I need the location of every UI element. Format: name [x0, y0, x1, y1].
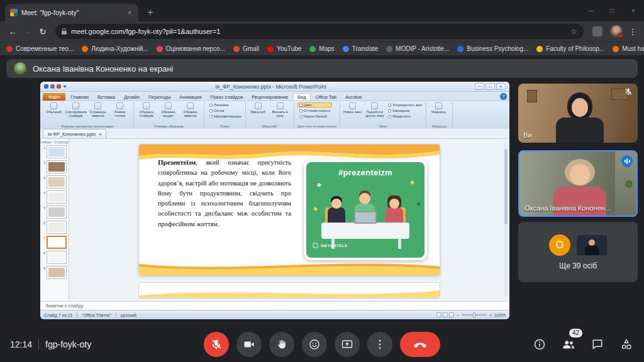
maximize-button[interactable]: □: [601, 0, 623, 21]
participants-button[interactable]: 42: [561, 337, 576, 352]
slide-body-text: , який означає присутність співробітника…: [158, 159, 291, 228]
camera-button[interactable]: [236, 332, 262, 357]
ribbon-button: Новое окно: [342, 102, 363, 118]
ppt-ribbon-tab: Вставка: [94, 93, 119, 101]
participant-avatar: O: [549, 234, 570, 256]
more-options-button[interactable]: [367, 332, 392, 357]
bookmark-item[interactable]: Business Psycholog...: [457, 45, 528, 52]
ribbon-group-label: Макросы: [428, 124, 450, 129]
bookmark-item[interactable]: Современные тео...: [6, 45, 74, 52]
back-button[interactable]: ←: [5, 24, 20, 39]
url-text: meet.google.com/fgp-foyk-oty?pli=1&authu…: [71, 28, 566, 35]
slide-number: 8: [42, 251, 45, 255]
ribbon-button-icon: [255, 102, 262, 109]
ppt-title-bar: Ія_ФР_Кононенко.pptx - Microsoft PowerPo…: [40, 82, 509, 92]
ribbon-button: Вписать в окно: [270, 102, 291, 118]
bookmark-item[interactable]: YouTube: [267, 45, 301, 52]
screen: Meet: "fgp-foyk-oty" × + — □ × ← → ↻ mee…: [0, 0, 644, 362]
ppt-ribbon-tab: Office Tab: [312, 93, 341, 101]
chat-button[interactable]: [590, 337, 605, 352]
slide-thumbnail: 1: [42, 145, 67, 158]
browser-menu-icon[interactable]: ⋮: [626, 27, 639, 36]
confetti: [410, 180, 414, 185]
ribbon-group: Новое окно Перейти в другое окно Упорядо…: [340, 102, 426, 129]
slide-thumbnail: 6: [42, 221, 67, 234]
confetti: [317, 183, 321, 187]
ribbon-group: Образец слайдов Образец выдач Образец за…: [134, 102, 204, 129]
slide-thumb-image: [47, 175, 67, 189]
undo-icon: [50, 84, 55, 89]
tab-close-icon[interactable]: ×: [126, 9, 133, 16]
current-slide: Презентеїзм, який означає присутність сп…: [138, 144, 440, 276]
ribbon-group-label: Масштаб: [248, 124, 292, 129]
chat-icon: [591, 338, 604, 351]
ppt-ribbon-tab: Показ слайдов: [207, 93, 247, 101]
reload-button[interactable]: ↻: [35, 24, 50, 39]
reactions-button[interactable]: [302, 332, 327, 357]
bookmark-item[interactable]: Gmail: [233, 45, 259, 52]
bookmark-favicon: [457, 46, 464, 52]
participant-mini-video: [577, 235, 607, 255]
tile-label: Оксана Іванівна Кононен...: [525, 204, 611, 212]
bookmark-item[interactable]: Людина-Художній...: [82, 45, 148, 52]
ribbon-group: Обычный Сортировщик слайдов Страницы зам…: [42, 102, 134, 129]
slide-number: 9: [42, 266, 45, 270]
extension-icon[interactable]: [592, 26, 602, 36]
slide-number: 7: [42, 236, 45, 240]
forward-button[interactable]: →: [20, 24, 35, 39]
mic-off-icon: [210, 338, 223, 351]
status-theme: "Office Theme": [82, 313, 111, 317]
laptop: [354, 211, 377, 224]
participants-overflow-tile[interactable]: O Ще 39 осіб: [518, 222, 638, 282]
profile-avatar[interactable]: [610, 25, 623, 38]
bookmark-star-icon[interactable]: ☆: [570, 27, 577, 36]
minimize-button[interactable]: —: [580, 0, 601, 21]
bookmark-item[interactable]: Faculty of Philosop...: [536, 45, 604, 52]
ribbon-group: Линейка Сетка Направляющие Показ: [204, 102, 246, 129]
slide-thumbnail: 3: [42, 175, 67, 189]
ppt-body: СлайдыСтруктура 1 2 3 4: [40, 139, 509, 301]
meeting-details-button[interactable]: [532, 337, 547, 352]
checkbox-icon: [209, 109, 213, 112]
bookmark-favicon: [82, 46, 88, 52]
bookmark-item[interactable]: Оцінювання персо...: [157, 45, 225, 52]
view-mode-icons: [436, 312, 454, 317]
info-icon: [533, 338, 546, 351]
slide-number: 6: [42, 221, 45, 225]
bookmark-item[interactable]: MODIP - Aristotle...: [386, 45, 449, 52]
participant-tile-self[interactable]: Ви: [518, 84, 638, 143]
bookmark-item[interactable]: Translate: [343, 45, 378, 52]
close-button[interactable]: ×: [623, 0, 644, 21]
zoom-out-icon: −: [457, 313, 459, 317]
bookmark-favicon: [386, 46, 392, 52]
slide-thumb-image: [47, 145, 67, 158]
new-tab-button[interactable]: +: [142, 4, 158, 21]
ppt-ribbon-tab: Вид: [293, 93, 311, 101]
ribbon-button-icon: [371, 102, 378, 109]
activities-button[interactable]: [619, 337, 634, 352]
call-controls: [204, 332, 440, 357]
ribbon-button: Макросы: [428, 102, 449, 114]
browser-tab[interactable]: Meet: "fgp-foyk-oty" ×: [5, 4, 138, 21]
ribbon-button: Сортировщик слайдов: [65, 102, 86, 118]
slide-number: 4: [42, 190, 45, 195]
slide-thumbnails: 1 2 3 4 5: [42, 145, 67, 279]
ppt-ribbon-tab: Дизайн: [120, 93, 143, 101]
ribbon-button: Перейти в другое окно: [364, 102, 385, 118]
present-button[interactable]: [335, 332, 360, 357]
ribbon-group: Цвет Оттенки серого Черно-белый Цвет или…: [294, 102, 341, 129]
ribbon-option: Цвет: [297, 102, 333, 107]
checkbox-icon: [209, 104, 213, 107]
ribbon-group-label: Показ: [206, 124, 243, 129]
participant-tile-speaker[interactable]: Оксана Іванівна Кононен...: [518, 150, 638, 217]
raise-hand-button[interactable]: [269, 332, 294, 357]
bookmark-item[interactable]: Maps: [309, 45, 334, 52]
ribbon-button-icon: [72, 102, 79, 109]
mic-button[interactable]: [204, 332, 229, 357]
bookmark-item[interactable]: Must have, Must re...: [613, 45, 644, 52]
zoom-in-icon: +: [489, 313, 492, 317]
end-call-button[interactable]: [400, 332, 440, 357]
omnibox[interactable]: meet.google.com/fgp-foyk-oty?pli=1&authu…: [55, 24, 584, 39]
slide-thumbnail: 9: [42, 266, 67, 279]
confetti: [416, 202, 421, 206]
